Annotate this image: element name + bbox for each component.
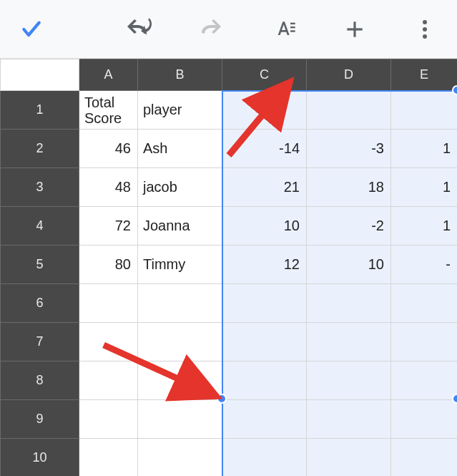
cell-B2[interactable]: Ash (138, 130, 222, 168)
row-10: 10 (1, 439, 458, 477)
cell-B3[interactable]: jacob (138, 168, 222, 207)
cell-A9[interactable] (79, 400, 138, 439)
cell-A1[interactable]: Total Score (79, 91, 138, 130)
cell-B7[interactable] (138, 323, 222, 361)
row-6: 6 (1, 284, 458, 323)
confirm-button[interactable] (14, 12, 49, 47)
selection-handle-top-right[interactable] (452, 85, 457, 95)
row-header-8[interactable]: 8 (1, 361, 79, 400)
row-4: 4 72 Joanna 10 -2 1 (1, 207, 458, 246)
cell-C10[interactable] (222, 439, 307, 477)
selection-handle-bottom-left[interactable] (217, 394, 227, 404)
selection-handle-bottom-right[interactable] (452, 394, 457, 404)
column-header-A[interactable]: A (79, 59, 138, 91)
svg-rect-2 (290, 30, 295, 31)
row-header-5[interactable]: 5 (1, 246, 79, 284)
row-header-1[interactable]: 1 (1, 91, 79, 130)
cell-B4[interactable]: Joanna (138, 207, 222, 246)
row-5: 5 80 Timmy 12 10 - (1, 246, 458, 284)
row-header-3[interactable]: 3 (1, 168, 79, 207)
cell-D10[interactable] (307, 439, 391, 477)
cell-D2[interactable]: -3 (307, 130, 391, 168)
cell-B5[interactable]: Timmy (138, 246, 222, 284)
more-button[interactable] (408, 12, 442, 47)
cell-B9[interactable] (138, 400, 222, 439)
row-3: 3 48 jacob 21 18 1 (1, 168, 458, 207)
cell-B10[interactable] (138, 439, 222, 477)
row-9: 9 (1, 400, 458, 439)
cell-E7[interactable] (391, 323, 458, 361)
cell-A6[interactable] (79, 284, 138, 323)
cell-D6[interactable] (307, 284, 391, 323)
cell-D1[interactable] (307, 91, 391, 130)
cell-C4[interactable]: 10 (222, 207, 307, 246)
row-8: 8 (1, 361, 458, 400)
cell-E1[interactable] (391, 91, 458, 130)
cell-C1[interactable] (222, 91, 307, 130)
cell-D7[interactable] (307, 323, 391, 361)
cell-C7[interactable] (222, 323, 307, 361)
cell-B6[interactable] (138, 284, 222, 323)
row-header-6[interactable]: 6 (1, 284, 79, 323)
column-header-B[interactable]: B (138, 59, 222, 91)
cell-D3[interactable]: 18 (307, 168, 391, 207)
cell-D4[interactable]: -2 (307, 207, 391, 246)
cell-D8[interactable] (307, 361, 391, 400)
column-header-row: A B C D E (1, 59, 458, 91)
cell-D9[interactable] (307, 400, 391, 439)
column-header-C[interactable]: C (222, 59, 307, 91)
cell-B1[interactable]: player (138, 91, 222, 130)
text-format-button[interactable] (267, 12, 302, 47)
add-button[interactable] (338, 12, 372, 47)
column-header-E[interactable]: E (391, 59, 458, 91)
cell-A2[interactable]: 46 (79, 130, 138, 168)
column-header-D[interactable]: D (307, 59, 391, 91)
row-header-10[interactable]: 10 (1, 439, 79, 477)
cell-D5[interactable]: 10 (307, 246, 391, 284)
cell-E9[interactable] (391, 400, 458, 439)
row-header-9[interactable]: 9 (1, 400, 79, 439)
cell-A8[interactable] (79, 361, 138, 400)
row-header-4[interactable]: 4 (1, 207, 79, 246)
cell-A3[interactable]: 48 (79, 168, 138, 207)
row-1: 1 Total Score player (1, 91, 458, 130)
cell-A5[interactable]: 80 (79, 246, 138, 284)
svg-rect-0 (290, 22, 295, 24)
cell-E8[interactable] (391, 361, 458, 400)
row-header-7[interactable]: 7 (1, 323, 79, 361)
row-2: 2 46 Ash -14 -3 1 (1, 130, 458, 168)
toolbar (0, 0, 457, 59)
cell-E3[interactable]: 1 (391, 168, 458, 207)
cell-E4[interactable]: 1 (391, 207, 458, 246)
cell-C6[interactable] (222, 284, 307, 323)
svg-rect-1 (290, 26, 295, 28)
cell-A4[interactable]: 72 (79, 207, 138, 246)
cell-A7[interactable] (79, 323, 138, 361)
cell-C2[interactable]: -14 (222, 130, 307, 168)
spreadsheet[interactable]: A B C D E 1 Total Score player 2 46 Ash … (0, 59, 457, 476)
cell-C8[interactable] (222, 361, 307, 400)
undo-icon (125, 17, 154, 42)
cell-C3[interactable]: 21 (222, 168, 307, 207)
cell-E6[interactable] (391, 284, 458, 323)
redo-icon (195, 17, 223, 42)
cell-C5[interactable]: 12 (222, 246, 307, 284)
cell-C9[interactable] (222, 400, 307, 439)
cell-A10[interactable] (79, 439, 138, 477)
row-7: 7 (1, 323, 458, 361)
row-header-2[interactable]: 2 (1, 130, 79, 168)
corner-cell[interactable] (1, 59, 79, 91)
cell-E2[interactable]: 1 (391, 130, 458, 168)
cell-B8[interactable] (138, 361, 222, 400)
cell-E10[interactable] (391, 439, 458, 477)
cell-E5[interactable]: - (391, 246, 458, 284)
